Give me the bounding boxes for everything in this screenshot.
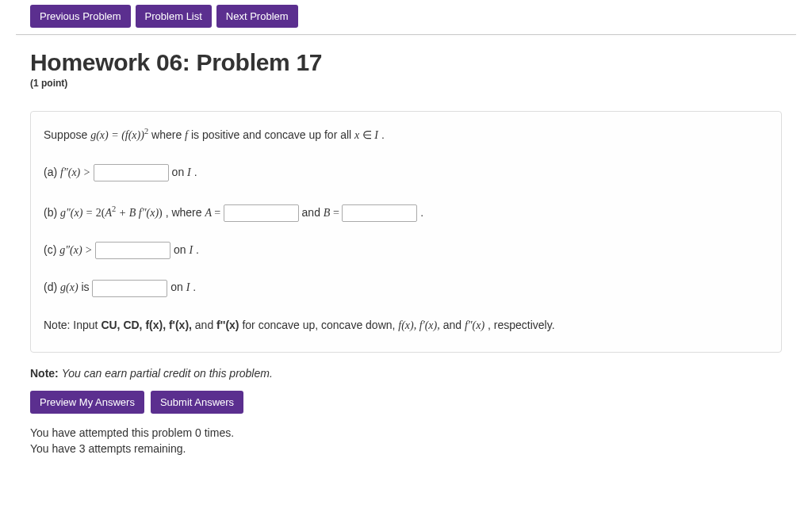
points-label: (1 point) (30, 78, 782, 89)
text: . (196, 243, 199, 256)
problem-list-button[interactable]: Problem List (136, 5, 212, 28)
label: (d) (44, 281, 60, 293)
math-set: I (187, 166, 191, 178)
note-bold: Note: (30, 367, 59, 380)
text: . (381, 128, 385, 141)
part-b: (b) g″(x) = 2(A2 + B f″(x)) , where A = … (44, 201, 768, 222)
text: on (170, 281, 186, 293)
preview-answers-button[interactable]: Preview My Answers (30, 391, 144, 414)
math-set: I (186, 281, 190, 293)
math-expr: g(x) = (f(x))2 (90, 129, 148, 141)
part-a-input[interactable] (94, 164, 169, 181)
text: on (174, 243, 189, 256)
divider (16, 34, 796, 35)
input-note: Note: Input CU, CD, f(x), f'(x), and f''… (44, 316, 768, 334)
math-expr: g(x) (60, 281, 79, 293)
problem-box: Suppose g(x) = (f(x))2 where f is positi… (30, 111, 782, 353)
math-f: f (185, 129, 188, 141)
action-row: Preview My Answers Submit Answers (30, 391, 782, 414)
partial-credit-note: Note: You can earn partial credit on thi… (30, 367, 782, 380)
text: is positive and concave up for all (191, 128, 354, 141)
bold-text: f''(x) (216, 319, 239, 331)
text: . (193, 281, 196, 293)
next-problem-button[interactable]: Next Problem (216, 5, 298, 28)
math-b: B = (324, 207, 342, 219)
math-expr: f″(x) > (60, 166, 94, 178)
attempts-used: You have attempted this problem 0 times. (30, 426, 782, 439)
submit-answers-button[interactable]: Submit Answers (151, 391, 243, 414)
text: on (172, 166, 187, 178)
content: Homework 06: Problem 17 (1 point) Suppos… (16, 49, 796, 455)
text: Suppose (44, 128, 90, 141)
math-list: f(x), f′(x), (398, 319, 439, 331)
previous-problem-button[interactable]: Previous Problem (30, 5, 131, 28)
bold-text: CU, CD, f(x), f'(x), (101, 319, 192, 331)
attempts-remaining: You have 3 attempts remaining. (30, 442, 782, 455)
math-a: A = (205, 207, 223, 219)
text: and (302, 206, 324, 219)
math-set: I (189, 244, 193, 256)
text: . (420, 206, 423, 219)
part-c: (c) g″(x) > on I . (44, 241, 768, 259)
math-expr: g″(x) = 2(A2 + B f″(x)) (60, 207, 163, 219)
nav-row: Previous Problem Problem List Next Probl… (30, 5, 796, 34)
part-a: (a) f″(x) > on I . (44, 163, 768, 181)
math-item: f″(x) (465, 319, 485, 331)
part-d: (d) g(x) is on I . (44, 278, 768, 296)
text: . (194, 166, 197, 178)
label: (a) (44, 166, 60, 178)
part-b-input-b[interactable] (342, 204, 417, 222)
math-expr: g″(x) > (59, 244, 95, 256)
page-title: Homework 06: Problem 17 (30, 49, 782, 76)
text: , where (166, 206, 205, 219)
text: where (151, 128, 185, 141)
label: (c) (44, 243, 59, 256)
text: Note: Input (44, 319, 101, 331)
text: for concave up, concave down, (242, 319, 398, 331)
note-text: You can earn partial credit on this prob… (62, 367, 273, 380)
label: (b) (44, 206, 60, 219)
math-domain: x ∈ I (354, 129, 378, 141)
part-b-input-a[interactable] (224, 204, 299, 222)
text: , respectively. (488, 319, 555, 331)
text: is (81, 281, 92, 293)
text: and (443, 319, 465, 331)
part-d-input[interactable] (92, 280, 167, 297)
text: and (195, 319, 216, 331)
problem-intro: Suppose g(x) = (f(x))2 where f is positi… (44, 123, 768, 144)
part-c-input[interactable] (95, 242, 170, 259)
